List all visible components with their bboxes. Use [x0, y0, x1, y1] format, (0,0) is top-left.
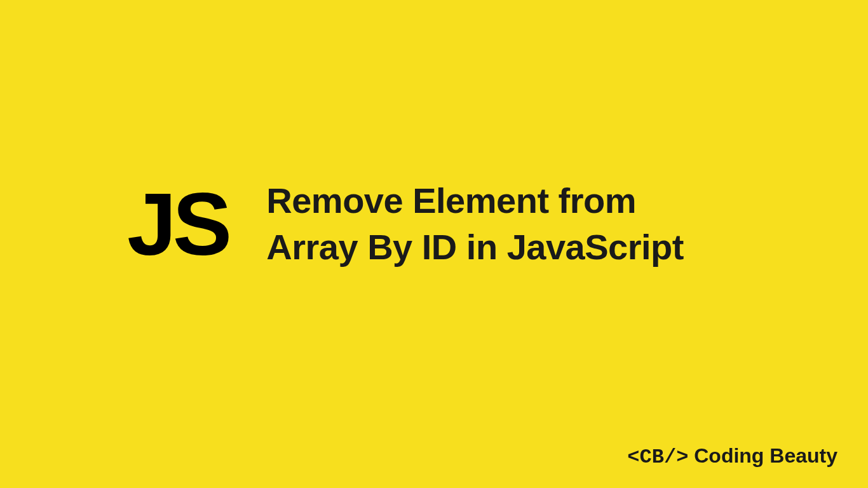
content-row: JS Remove Element from Array By ID in Ja… — [0, 178, 868, 271]
brand-tag: <CB/> — [627, 445, 688, 469]
js-badge: JS — [127, 180, 228, 269]
footer-brand: <CB/> Coding Beauty — [627, 444, 837, 469]
article-title: Remove Element from Array By ID in JavaS… — [266, 178, 684, 271]
title-line-2: Array By ID in JavaScript — [266, 224, 684, 271]
title-line-1: Remove Element from — [266, 178, 684, 224]
brand-name: Coding Beauty — [694, 444, 837, 467]
